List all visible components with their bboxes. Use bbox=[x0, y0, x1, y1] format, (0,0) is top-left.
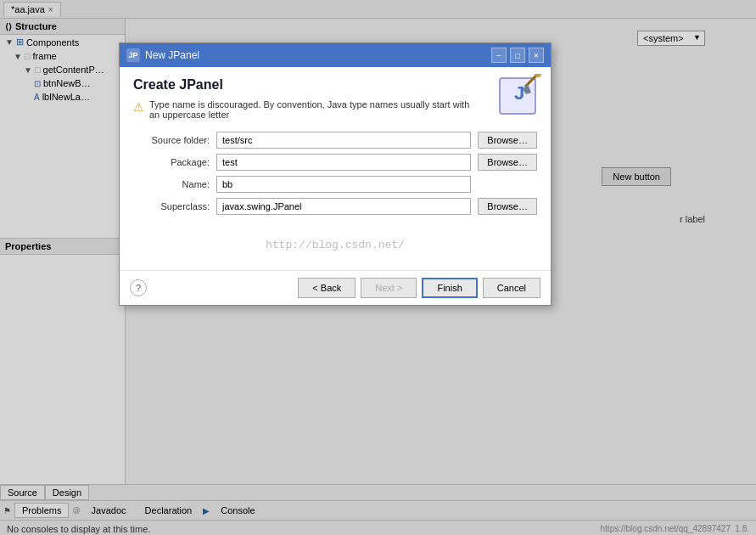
create-icon-svg: J bbox=[496, 74, 542, 121]
dialog-title-area: JP New JPanel bbox=[126, 48, 199, 62]
dialog-footer: ? < Back Next > Finish Cancel bbox=[120, 270, 551, 305]
dialog-heading: Create JPanel bbox=[133, 77, 537, 93]
dialog-body: J Create JPanel ⚠ Type name is discourag… bbox=[120, 67, 551, 270]
dialog-watermark: http://blog.csdn.net/ bbox=[133, 222, 537, 260]
dialog-icon-area: J bbox=[496, 74, 542, 123]
footer-left: ? bbox=[130, 279, 147, 296]
cancel-button[interactable]: Cancel bbox=[483, 278, 540, 298]
next-button[interactable]: Next > bbox=[361, 278, 417, 298]
svg-text:J: J bbox=[514, 82, 524, 104]
new-jpanel-dialog: JP New JPanel − □ × J Create JPanel ⚠ bbox=[119, 42, 552, 306]
footer-right: < Back Next > Finish Cancel bbox=[298, 278, 540, 298]
close-button[interactable]: × bbox=[529, 48, 544, 63]
warning-text: Type name is discouraged. By convention,… bbox=[149, 99, 478, 120]
name-input[interactable] bbox=[216, 176, 471, 193]
minimize-button[interactable]: − bbox=[491, 48, 507, 63]
source-folder-browse-button[interactable]: Browse… bbox=[478, 132, 537, 149]
finish-button[interactable]: Finish bbox=[422, 278, 477, 298]
help-button[interactable]: ? bbox=[130, 279, 147, 296]
dialog-controls: − □ × bbox=[491, 48, 544, 63]
dialog-title-text: New JPanel bbox=[145, 49, 199, 61]
dialog-titlebar: JP New JPanel − □ × bbox=[120, 43, 551, 67]
superclass-input[interactable] bbox=[216, 198, 471, 215]
form-grid: Source folder: Browse… Package: Browse… … bbox=[133, 132, 537, 215]
superclass-browse-button[interactable]: Browse… bbox=[478, 198, 537, 215]
dialog-title-icon: JP bbox=[126, 48, 140, 62]
source-folder-label: Source folder: bbox=[133, 135, 210, 145]
back-button[interactable]: < Back bbox=[298, 278, 356, 298]
source-folder-input[interactable] bbox=[216, 132, 471, 149]
jpanel-icon: JP bbox=[128, 51, 137, 59]
superclass-label: Superclass: bbox=[133, 201, 210, 211]
package-browse-button[interactable]: Browse… bbox=[478, 154, 537, 171]
warning-icon: ⚠ bbox=[133, 100, 144, 114]
package-input[interactable] bbox=[216, 154, 471, 171]
warning-row: ⚠ Type name is discouraged. By conventio… bbox=[133, 99, 537, 120]
name-label: Name: bbox=[133, 179, 210, 189]
package-label: Package: bbox=[133, 157, 210, 167]
maximize-button[interactable]: □ bbox=[510, 48, 525, 63]
